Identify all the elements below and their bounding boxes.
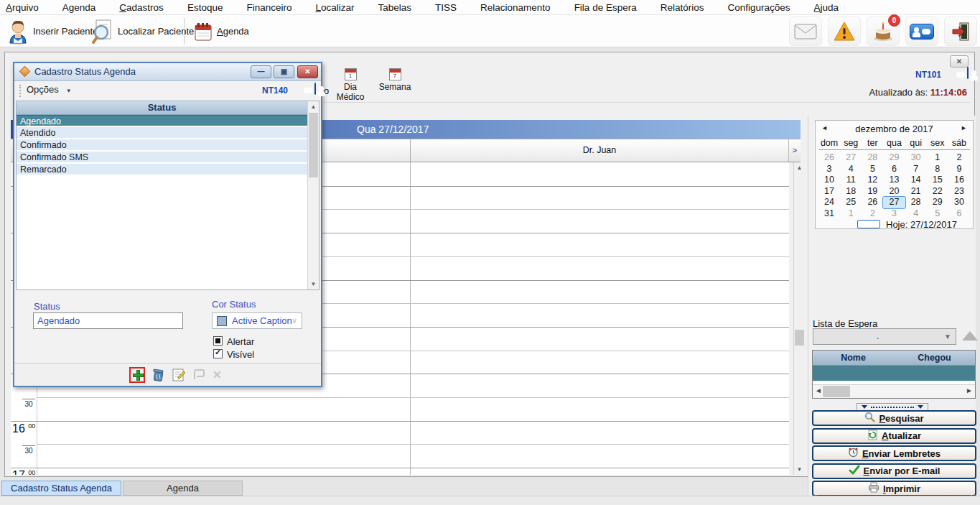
calendar-day[interactable]: 28 [862, 152, 883, 164]
maximize-button[interactable]: ▣ [274, 65, 294, 78]
menu-arquivo[interactable]: Arquivo [6, 2, 39, 13]
calendar-day[interactable]: 25 [840, 197, 862, 208]
menu-tabelas[interactable]: Tabelas [378, 2, 412, 13]
calendar-day[interactable]: 26 [862, 197, 883, 208]
calendar-day[interactable]: 30 [948, 197, 970, 208]
menu-estoque[interactable]: Estoque [187, 2, 223, 13]
scroll-up-icon[interactable]: ▲ [308, 101, 319, 112]
calendar-day[interactable]: 14 [905, 175, 927, 186]
exit-button[interactable] [944, 17, 977, 46]
calendar-day[interactable]: 6 [883, 164, 905, 175]
calendar-day[interactable]: 5 [862, 164, 883, 175]
calendar-day[interactable]: 4 [905, 208, 927, 220]
calendar-day[interactable]: 2 [948, 152, 970, 164]
menu-tiss[interactable]: TISS [435, 2, 457, 13]
menu-relacionamento[interactable]: Relacionamento [480, 2, 551, 13]
minimize-button[interactable]: — [251, 65, 271, 78]
status-row[interactable]: Remarcado [17, 164, 307, 176]
atualizar-button[interactable]: Atualizar [812, 428, 976, 444]
calendar-day[interactable]: 12 [862, 175, 883, 186]
status-row[interactable]: Confirmado [17, 139, 307, 152]
list-vertical-scrollbar[interactable]: ▲ ▼ [307, 101, 319, 289]
calendar-day[interactable]: 30 [905, 152, 927, 164]
waitlist-col-chegou[interactable]: Chegou [894, 351, 975, 365]
calendar-day[interactable]: 5 [927, 208, 948, 220]
menu-agenda[interactable]: Agenda [62, 2, 96, 13]
waitlist-selected-row[interactable] [813, 366, 975, 381]
scroll-down-icon[interactable]: ▼ [794, 464, 805, 475]
scrollbar-thumb[interactable] [309, 113, 318, 177]
status-row[interactable]: Agendado [17, 115, 307, 127]
pesquisar-button[interactable]: Pesquisar [812, 410, 976, 426]
calendar-day[interactable]: 18 [840, 186, 862, 198]
delete-icon[interactable] [151, 368, 165, 382]
collapse-panel-button[interactable] [962, 331, 978, 340]
calendar-day[interactable]: 28 [905, 197, 927, 208]
calendar-day[interactable]: 15 [927, 175, 948, 186]
calendar-day[interactable]: 23 [948, 186, 970, 198]
menu-cadastros[interactable]: Cadastros [119, 2, 164, 13]
calendar-day[interactable]: 3 [818, 164, 840, 175]
agenda-window-close-button[interactable]: ✕ [950, 55, 969, 68]
status-row[interactable]: Atendido [17, 127, 307, 139]
scroll-right-icon[interactable]: ► [966, 386, 973, 394]
dialog-title-bar[interactable]: Cadastro Status Agenda — ▣ ✕ [14, 63, 321, 81]
calendar-day[interactable]: 29 [883, 152, 905, 164]
menu-localizar[interactable]: Localizar [315, 2, 354, 13]
status-row[interactable]: Confirmado SMS [17, 152, 307, 164]
menu-financeiro[interactable]: Financeiro [246, 2, 291, 13]
alertar-checkbox[interactable] [213, 336, 223, 346]
dia-medico-button[interactable]: 1 Dia Médico [330, 68, 371, 98]
next-column-button[interactable]: > [788, 139, 801, 162]
calendar-day[interactable]: 10 [818, 175, 840, 186]
enviar-lembretes-button[interactable]: Enviar Lembretes [812, 445, 976, 461]
agenda-button[interactable]: Agenda [190, 17, 253, 46]
calendar-next-icon[interactable]: ► [961, 124, 967, 131]
mail-button[interactable] [789, 17, 822, 46]
menu-fila-de-espera[interactable]: Fila de Espera [574, 2, 637, 13]
status-input[interactable] [33, 312, 183, 329]
color-dropdown[interactable]: Active Caption ∨ [212, 312, 302, 329]
calendar-day[interactable]: 31 [818, 208, 840, 220]
scroll-up-icon[interactable]: ▲ [794, 162, 805, 173]
calendar-day[interactable]: 29 [927, 197, 948, 208]
semana-button[interactable]: 7 Semana [374, 68, 416, 98]
calendar-day[interactable]: 16 [948, 175, 970, 186]
scroll-down-icon[interactable]: ▼ [308, 279, 319, 289]
calendar-today-row[interactable]: Hoje: 27/12/2017 [816, 220, 973, 230]
close-button[interactable]: ✕ [297, 65, 318, 78]
opcoes-menu-button[interactable]: Opções▼ [27, 84, 72, 95]
messenger-button[interactable] [905, 17, 938, 46]
calendar-day[interactable]: 3 [883, 208, 905, 220]
cancel-icon[interactable]: ✕ [213, 369, 222, 381]
calendar-day[interactable]: 4 [840, 164, 862, 175]
calendar-day[interactable]: 20 [883, 186, 905, 198]
add-status-button[interactable] [129, 367, 145, 383]
menu-ajuda[interactable]: Ajuda [814, 2, 839, 13]
calendar-day[interactable]: 11 [840, 175, 862, 186]
calendar-day[interactable]: 21 [905, 186, 927, 198]
calendar-day-selected[interactable]: 27 [883, 197, 905, 208]
agenda-messenger-button[interactable] [967, 68, 969, 78]
edit-icon[interactable] [172, 368, 186, 382]
scrollbar-thumb[interactable] [823, 386, 850, 397]
menu-configurações[interactable]: Configurações [727, 2, 790, 13]
doctor-column-header[interactable]: Dr. Juan [411, 139, 788, 162]
calendar-day[interactable]: 26 [818, 152, 840, 164]
calendar-day[interactable]: 1 [927, 152, 948, 164]
post-icon[interactable] [192, 369, 206, 381]
calendar-day[interactable]: 13 [883, 175, 905, 186]
enviar-por-e-mail-button[interactable]: Enviar por E-mail [812, 463, 976, 479]
calendar-day[interactable]: 19 [862, 186, 883, 198]
calendar-day[interactable]: 8 [927, 164, 948, 175]
calendar-day[interactable]: 9 [948, 164, 970, 175]
grid-vertical-scrollbar[interactable]: ▲ ▼ [793, 162, 805, 475]
calendar-day[interactable]: 2 [862, 208, 883, 220]
calendar-day[interactable]: 7 [905, 164, 927, 175]
waitlist-col-nome[interactable]: Nome [813, 351, 894, 365]
dialog-messenger-button[interactable] [314, 83, 316, 94]
calendar-day[interactable]: 27 [840, 152, 862, 164]
scrollbar-thumb[interactable] [795, 330, 804, 346]
calendar-day[interactable]: 22 [927, 186, 948, 198]
calendar-day[interactable]: 6 [948, 208, 970, 220]
